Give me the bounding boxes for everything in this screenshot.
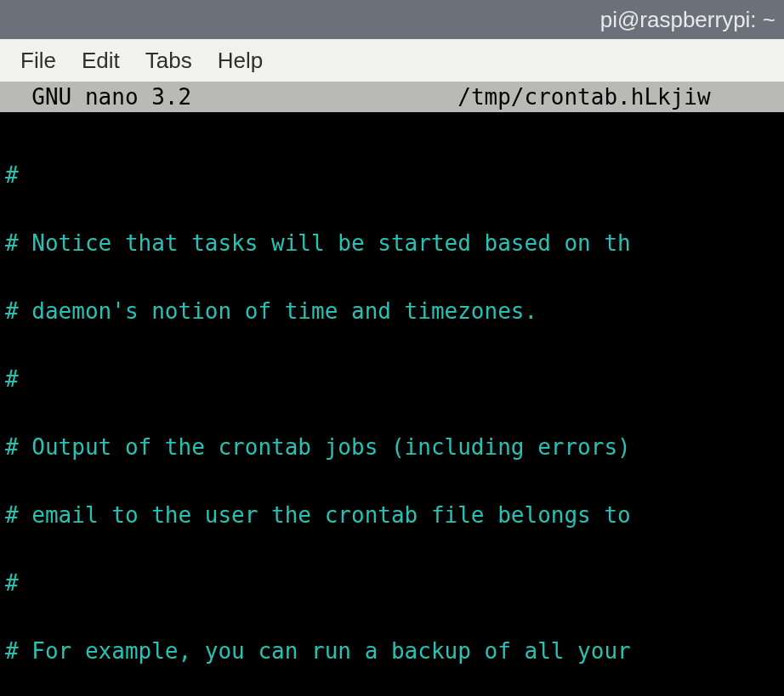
editor-line: # Notice that tasks will be started base… xyxy=(5,226,784,260)
editor-line: # daemon's notion of time and timezones. xyxy=(5,294,784,328)
editor-line: # xyxy=(5,566,784,600)
window-titlebar: pi@raspberrypi: ~ xyxy=(0,0,784,39)
menu-edit[interactable]: Edit xyxy=(77,44,125,77)
terminal-editor-area[interactable]: # # Notice that tasks will be started ba… xyxy=(0,112,784,696)
menubar: File Edit Tabs Help xyxy=(0,39,784,82)
menu-file[interactable]: File xyxy=(15,44,61,77)
editor-line: # xyxy=(5,158,784,192)
nano-header: GNU nano 3.2 /tmp/crontab.hLkjiw xyxy=(0,82,784,112)
nano-filename: /tmp/crontab.hLkjiw xyxy=(457,84,710,110)
window-title: pi@raspberrypi: ~ xyxy=(600,7,775,33)
editor-line: # For example, you can run a backup of a… xyxy=(5,634,784,668)
menu-tabs[interactable]: Tabs xyxy=(140,44,197,77)
nano-header-spacer xyxy=(191,84,457,110)
editor-line: # email to the user the crontab file bel… xyxy=(5,498,784,532)
editor-line: # Output of the crontab jobs (including … xyxy=(5,430,784,464)
nano-version: GNU nano 3.2 xyxy=(5,84,191,110)
editor-line: # xyxy=(5,362,784,396)
menu-help[interactable]: Help xyxy=(213,44,268,77)
